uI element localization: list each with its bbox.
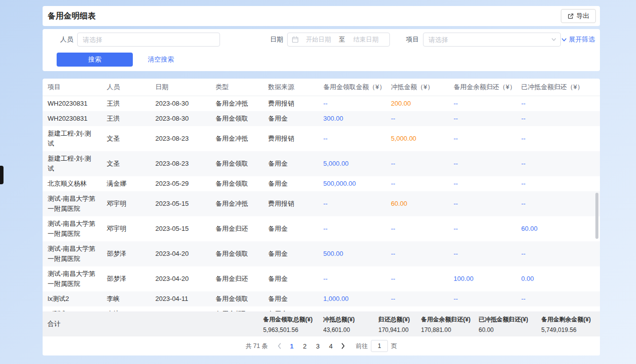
cell-type: 备用金冲抵	[210, 191, 263, 216]
summary-total-label: 合计	[43, 315, 263, 332]
page-suffix-label: 页	[391, 342, 397, 350]
chevron-down-icon	[561, 37, 567, 43]
cell-type: 备用金冲抵	[210, 126, 263, 151]
person-select[interactable]	[77, 33, 220, 47]
cell-project: 新建工程-刘-测试	[43, 126, 102, 151]
goto-page-label: 前往	[356, 342, 368, 350]
cell-withdraw: 500.00	[318, 241, 386, 266]
cell-date: 2023-08-30	[150, 111, 210, 126]
summary-item: 备用金领取总额(¥)5,963,501.56	[263, 315, 323, 332]
search-button[interactable]: 搜索	[57, 53, 133, 67]
cell-date: 2023-04-11	[150, 291, 210, 306]
cell-source: 备用金	[263, 266, 318, 291]
title-bar: 备用金明细表 导出	[43, 6, 600, 26]
cell-offset-return: --	[516, 96, 600, 111]
summary-item: 归还总额(¥)170,941.00	[378, 315, 421, 332]
summary-item-value: 170,941.00	[378, 326, 421, 333]
cell-type: 备用金领取	[210, 241, 263, 266]
cell-date: 2023-05-29	[150, 176, 210, 191]
cell-withdraw: --	[318, 126, 386, 151]
petty-cash-table: 项目人员日期类型数据来源备用金领取金额（¥）冲抵金额（¥）备用金余额归还（¥）已…	[43, 79, 600, 311]
cell-type: 备用金领取	[210, 306, 263, 312]
table-row[interactable]: 测试-南昌大学第一附属医院邓宇明2023-05-15备用金冲抵费用报销--60.…	[43, 191, 600, 216]
cell-date: 2023-08-23	[150, 126, 210, 151]
summary-item-label: 归还总额(¥)	[378, 315, 421, 324]
date-range-separator: 至	[338, 36, 346, 44]
column-header: 人员	[102, 79, 150, 96]
column-header: 已冲抵金额归还（¥）	[516, 79, 600, 96]
left-drawer-handle[interactable]	[0, 166, 4, 184]
goto-page-input[interactable]	[371, 340, 388, 352]
cell-person: 李峡	[102, 306, 150, 312]
page-number-button[interactable]: 3	[311, 339, 324, 352]
cell-source: 备用金	[263, 241, 318, 266]
vertical-scrollbar-thumb[interactable]	[595, 193, 598, 239]
cell-person: 李峡	[102, 291, 150, 306]
summary-item: 已冲抵金额归还(¥)60.00	[479, 315, 541, 332]
page-number-button[interactable]: 2	[298, 339, 311, 352]
cell-source: 备用金	[263, 306, 318, 312]
date-range-picker[interactable]: 开始日期 至 结束日期	[287, 33, 390, 47]
person-filter-label: 人员	[60, 35, 73, 44]
table-row[interactable]: 测试-南昌大学第一附属医院邓宇明2023-05-15备用金归还备用金------…	[43, 216, 600, 241]
cell-offset: --	[386, 111, 449, 126]
cell-balance-return: --	[449, 111, 516, 126]
expand-filter-link[interactable]: 展开筛选	[561, 35, 595, 44]
export-button[interactable]: 导出	[561, 9, 596, 23]
table-row[interactable]: 测试-南昌大学第一附属医院邵梦泽2023-04-20备用金领取备用金500.00…	[43, 241, 600, 266]
cell-offset-return: --	[516, 151, 600, 176]
cell-balance-return: --	[449, 191, 516, 216]
cell-date: 2023-08-23	[150, 151, 210, 176]
cell-person: 王洪	[102, 111, 150, 126]
summary-row: 合计 备用金领取总额(¥)5,963,501.56冲抵总额(¥)43,601.0…	[43, 311, 600, 336]
summary-item-value: 5,749,019.56	[541, 326, 600, 333]
cell-withdraw: 500,000.00	[318, 176, 386, 191]
cell-offset-return: --	[516, 111, 600, 126]
calendar-icon	[292, 36, 299, 43]
project-select-input[interactable]	[423, 36, 551, 44]
cell-date: 2023-04-20	[150, 266, 210, 291]
table-row[interactable]: 北京顺义杨林满金娜2023-05-29备用金领取备用金500,000.00---…	[43, 176, 600, 191]
cell-withdraw: --	[318, 96, 386, 111]
cell-project: lx测试2	[43, 291, 102, 306]
cell-balance-return: --	[449, 151, 516, 176]
date-start-placeholder[interactable]: 开始日期	[299, 36, 338, 44]
next-page-button[interactable]	[337, 343, 349, 349]
table-row[interactable]: lx测试2李峡2023-04-11备用金领取备用金1,000.00------	[43, 291, 600, 306]
table-row[interactable]: lx测试2李峡2023-04-04备用金领取备用金10,000.00------	[43, 306, 600, 312]
cell-project: WH20230831	[43, 111, 102, 126]
cell-project: 北京顺义杨林	[43, 176, 102, 191]
summary-item: 冲抵总额(¥)43,601.00	[323, 315, 378, 332]
prev-page-button[interactable]	[274, 343, 285, 349]
summary-items: 备用金领取总额(¥)5,963,501.56冲抵总额(¥)43,601.00归还…	[263, 315, 600, 332]
cell-balance-return: --	[449, 291, 516, 306]
date-end-placeholder[interactable]: 结束日期	[346, 36, 385, 44]
page-title: 备用金明细表	[48, 11, 96, 22]
cell-balance-return: --	[449, 241, 516, 266]
page-number-button[interactable]: 4	[324, 339, 337, 352]
cell-source: 费用报销	[263, 96, 318, 111]
table-row[interactable]: WH20230831王洪2023-08-30备用金冲抵费用报销--200.00-…	[43, 96, 600, 111]
project-select[interactable]	[423, 33, 561, 47]
cell-person: 文圣	[102, 151, 150, 176]
cell-type: 备用金归还	[210, 266, 263, 291]
cell-person: 满金娜	[102, 176, 150, 191]
cell-offset-return: --	[516, 176, 600, 191]
summary-item-label: 已冲抵金额归还(¥)	[479, 315, 541, 324]
chevron-down-icon	[551, 37, 556, 42]
cell-type: 备用金领取	[210, 176, 263, 191]
cell-source: 备用金	[263, 111, 318, 126]
cell-balance-return: --	[449, 96, 516, 111]
table-row[interactable]: WH20230831王洪2023-08-30备用金领取备用金300.00----…	[43, 111, 600, 126]
clear-search-link[interactable]: 清空搜索	[148, 55, 174, 64]
person-select-input[interactable]	[78, 36, 220, 44]
cell-balance-return: --	[449, 126, 516, 151]
cell-offset: --	[386, 216, 449, 241]
page-number-button[interactable]: 1	[285, 339, 298, 352]
table-row[interactable]: 新建工程-刘-测试文圣2023-08-23备用金冲抵费用报销--5,000.00…	[43, 126, 600, 151]
pagination-total-count: 共 71 条	[246, 342, 268, 350]
table-row[interactable]: 新建工程-刘-测试文圣2023-08-23备用金领取备用金5,000.00---…	[43, 151, 600, 176]
table-row[interactable]: 测试-南昌大学第一附属医院邵梦泽2023-04-20备用金归还备用金----10…	[43, 266, 600, 291]
cell-offset: --	[386, 151, 449, 176]
table-header-row: 项目人员日期类型数据来源备用金领取金额（¥）冲抵金额（¥）备用金余额归还（¥）已…	[43, 79, 600, 96]
